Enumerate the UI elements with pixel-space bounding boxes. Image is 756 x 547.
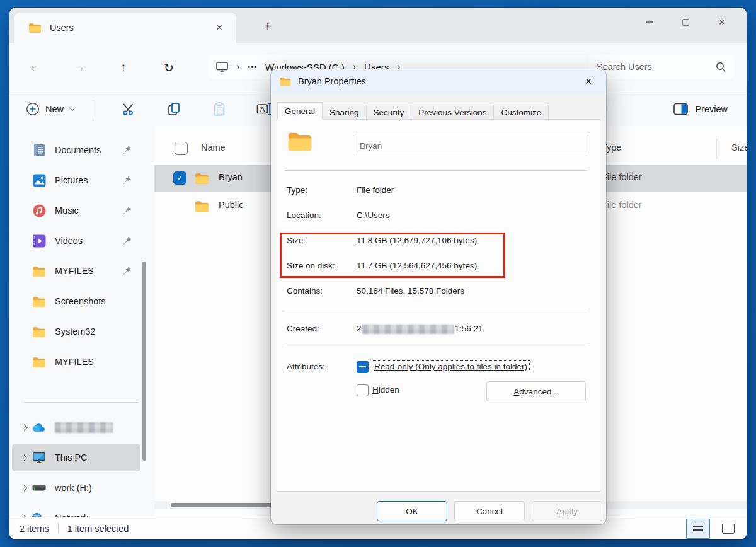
new-tab-button[interactable]: + <box>256 16 279 37</box>
copy-button[interactable] <box>166 101 182 117</box>
forward-button[interactable]: → <box>70 58 89 77</box>
sidebar-item-label: MYFILES <box>55 266 94 276</box>
sidebar: Documents Pictures Music <box>9 126 154 517</box>
sidebar-item-pictures[interactable]: Pictures <box>12 166 140 194</box>
advanced-button[interactable]: Advanced... <box>486 381 586 401</box>
dialog-close-button[interactable]: × <box>580 74 597 88</box>
hidden-checkbox[interactable] <box>357 384 369 396</box>
redacted-label <box>55 422 113 433</box>
pictures-icon <box>32 174 46 187</box>
new-button[interactable]: New <box>20 98 80 120</box>
preview-button-label: Preview <box>695 104 728 114</box>
chevron-expand-icon[interactable] <box>20 425 28 430</box>
music-icon <box>32 204 46 217</box>
row-checkbox[interactable]: ✓ <box>173 171 186 185</box>
column-header-size[interactable]: Size <box>731 142 747 153</box>
selection-count: 1 item selected <box>67 524 129 534</box>
cancel-button[interactable]: Cancel <box>454 501 525 521</box>
sidebar-item-videos[interactable]: Videos <box>12 227 140 255</box>
maximize-button[interactable] <box>667 11 704 33</box>
tab-sharing[interactable]: Sharing <box>323 105 367 120</box>
sidebar-scrollbar[interactable] <box>142 262 146 461</box>
chevron-expand-icon[interactable] <box>20 486 28 490</box>
sidebar-item-music[interactable]: Music <box>12 197 140 224</box>
onedrive-icon <box>32 423 46 432</box>
tab-general[interactable]: General <box>277 102 323 120</box>
sidebar-item-label: MYFILES <box>55 357 94 367</box>
sidebar-item-screenshots[interactable]: Screenshots <box>12 287 140 315</box>
pin-icon <box>122 206 132 216</box>
location-label: Location: <box>287 210 321 220</box>
folder-name-input[interactable]: Bryan <box>353 135 588 156</box>
close-button[interactable]: × <box>704 11 740 33</box>
folder-icon <box>287 131 312 151</box>
back-button[interactable]: ← <box>26 58 45 77</box>
folder-icon <box>195 173 209 184</box>
maximize-icon <box>682 19 689 26</box>
readonly-label[interactable]: Read-only (Only applies to files in fold… <box>372 361 529 372</box>
select-all-checkbox[interactable] <box>175 142 188 155</box>
minimize-button[interactable] <box>631 11 667 33</box>
folder-icon <box>32 266 46 277</box>
sidebar-item-label: Videos <box>55 236 83 246</box>
separator <box>285 170 587 171</box>
sidebar-item-myfiles[interactable]: MYFILES <box>12 257 140 285</box>
address-overflow-button[interactable]: ••• <box>248 63 257 71</box>
redacted-date <box>362 325 454 334</box>
this-pc-icon <box>216 62 228 72</box>
apply-button[interactable]: Apply <box>532 501 602 521</box>
sidebar-item-documents[interactable]: Documents <box>12 136 140 164</box>
column-divider[interactable] <box>716 139 717 159</box>
dialog-title-bar[interactable]: Bryan Properties × <box>271 69 606 93</box>
chevron-right-icon: › <box>236 61 239 72</box>
sidebar-item-label: work (H:) <box>55 483 92 493</box>
sidebar-item-onedrive[interactable] <box>12 413 140 441</box>
sidebar-item-work-drive[interactable]: work (H:) <box>12 474 140 502</box>
tab-close-icon[interactable]: × <box>211 20 227 36</box>
details-view-button[interactable] <box>686 519 710 539</box>
sidebar-item-system32[interactable]: System32 <box>12 318 140 345</box>
column-header-name[interactable]: Name <box>201 142 226 153</box>
tab-previous-versions[interactable]: Previous Versions <box>411 105 494 120</box>
readonly-checkbox[interactable] <box>357 361 369 373</box>
search-input[interactable]: Search Users <box>588 55 734 79</box>
tab-customize[interactable]: Customize <box>494 105 549 120</box>
toolbar-divider <box>93 100 93 118</box>
preview-pane-icon <box>673 103 689 115</box>
folder-icon <box>28 23 41 33</box>
file-type: File folder <box>602 200 642 210</box>
sidebar-item-label: This PC <box>55 452 88 463</box>
created-value: 21:56:21 <box>357 324 483 334</box>
file-name: Public <box>219 200 244 210</box>
tab-users[interactable]: Users × <box>14 13 236 43</box>
this-pc-icon <box>32 452 46 463</box>
preview-button[interactable]: Preview <box>673 103 747 115</box>
ok-button[interactable]: OK <box>377 501 447 521</box>
hidden-label[interactable]: Hidden <box>372 385 399 394</box>
icons-view-button[interactable] <box>716 519 740 539</box>
file-name: Bryan <box>219 172 243 182</box>
sidebar-item-this-pc[interactable]: This PC <box>12 444 140 471</box>
folder-icon <box>32 296 46 307</box>
folder-icon <box>32 357 46 367</box>
new-button-label: New <box>45 104 64 114</box>
sidebar-item-label: Pictures <box>55 175 88 185</box>
dialog-title: Bryan Properties <box>298 76 366 86</box>
chevron-expand-icon[interactable] <box>20 456 28 460</box>
contains-value: 50,164 Files, 15,578 Folders <box>357 286 464 296</box>
general-tab-page: Bryan Type: File folder Location: C:\Use… <box>277 119 600 492</box>
paste-button[interactable] <box>211 101 227 117</box>
search-icon <box>716 62 726 72</box>
sidebar-item-myfiles-2[interactable]: MYFILES <box>12 348 140 376</box>
minimize-icon <box>646 21 653 23</box>
tab-security[interactable]: Security <box>367 105 412 120</box>
videos-icon <box>32 234 46 248</box>
cut-button[interactable] <box>120 101 137 117</box>
folder-name-value: Bryan <box>360 141 382 151</box>
documents-icon <box>32 144 46 157</box>
location-value: C:\Users <box>357 210 390 220</box>
close-icon: × <box>718 15 725 29</box>
chevron-down-icon <box>69 105 76 111</box>
up-button[interactable]: ↑ <box>114 58 133 77</box>
refresh-button[interactable]: ↻ <box>159 58 178 77</box>
